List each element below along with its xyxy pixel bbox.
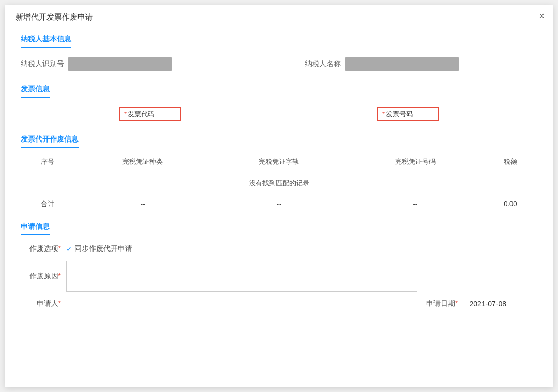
void-info-title: 发票代开作废信息 [21, 130, 79, 148]
invoice-code-field[interactable]: * 发票代码 [119, 107, 181, 121]
invoice-info-section: 发票信息 * 发票代码 * 发票号码 [5, 80, 553, 121]
invoice-number-label: 发票号码 [386, 109, 413, 119]
invoice-number-item: * 发票号码 [279, 107, 537, 121]
apply-date-required: * [455, 299, 458, 307]
total-label: 合计 [21, 196, 74, 212]
applicant-item: 申请人* [21, 299, 264, 308]
close-button[interactable]: × [539, 11, 545, 21]
applicant-date-row: 申请人* 申请日期* 2021-07-08 [21, 299, 537, 308]
col-voucher-track: 完税凭证字轨 [211, 153, 347, 170]
dialog: 新增代开发票作废申请 × 纳税人基本信息 纳税人识别号 纳税人名称 发票信息 *… [5, 5, 553, 387]
col-tax: 税额 [484, 153, 537, 170]
apply-info-title: 申请信息 [21, 217, 50, 235]
invoice-code-item: * 发票代码 [21, 107, 279, 121]
apply-date-item: 申请日期* 2021-07-08 [264, 299, 537, 308]
no-record-row: 没有找到匹配的记录 [21, 170, 537, 196]
invoice-code-required: * [124, 110, 127, 118]
void-option-label: 作废选项* [21, 244, 62, 254]
taxpayer-info-section: 纳税人基本信息 纳税人识别号 纳税人名称 [5, 29, 553, 71]
applicant-required: * [58, 299, 61, 307]
void-option-required: * [58, 244, 61, 253]
dialog-title: 新增代开发票作废申请 [5, 5, 553, 29]
apply-info-section: 申请信息 作废选项* ✓ 同步作废代开申请 作废原因* 申请人* [5, 217, 553, 308]
col-voucher-type: 完税凭证种类 [74, 153, 211, 170]
table-header-row: 序号 完税凭证种类 完税凭证字轨 完税凭证号码 税额 [21, 153, 537, 170]
taxpayer-id-value [68, 57, 172, 71]
void-info-table: 序号 完税凭证种类 完税凭证字轨 完税凭证号码 税额 没有找到匹配的记录 合计 … [21, 153, 537, 212]
taxpayer-name-label: 纳税人名称 [300, 59, 341, 69]
void-reason-label: 作废原因* [21, 272, 62, 281]
no-record-text: 没有找到匹配的记录 [21, 170, 537, 196]
void-reason-required: * [58, 272, 61, 280]
total-col1: -- [74, 196, 211, 212]
taxpayer-id-row: 纳税人识别号 纳税人名称 [21, 57, 537, 71]
col-voucher-number: 完税凭证号码 [347, 153, 484, 170]
void-info-section: 发票代开作废信息 序号 完税凭证种类 完税凭证字轨 完税凭证号码 税额 没有找到… [5, 130, 553, 212]
total-row: 合计 -- -- -- 0.00 [21, 196, 537, 212]
invoice-code-label: 发票代码 [128, 109, 154, 119]
invoice-number-field[interactable]: * 发票号码 [377, 107, 439, 121]
sync-label: 同步作废代开申请 [74, 244, 132, 254]
void-reason-textarea[interactable] [66, 261, 417, 292]
total-col3: -- [347, 196, 484, 212]
taxpayer-name-value [345, 57, 459, 71]
invoice-number-required: * [382, 110, 385, 118]
void-option-row: 作废选项* ✓ 同步作废代开申请 [21, 244, 537, 254]
checkmark-icon: ✓ [66, 245, 72, 253]
col-seq: 序号 [21, 153, 74, 170]
applicant-label: 申请人* [21, 299, 62, 308]
void-reason-row: 作废原因* [21, 261, 537, 292]
void-option-checkbox-area: ✓ 同步作废代开申请 [66, 244, 132, 254]
apply-date-label: 申请日期* [426, 299, 459, 308]
apply-date-value: 2021-07-08 [469, 300, 506, 308]
taxpayer-id-item: 纳税人识别号 [21, 57, 258, 71]
taxpayer-id-label: 纳税人识别号 [21, 59, 64, 69]
invoice-code-row: * 发票代码 * 发票号码 [21, 107, 537, 121]
taxpayer-name-item: 纳税人名称 [300, 57, 537, 71]
invoice-info-title: 发票信息 [21, 80, 50, 98]
total-col2: -- [211, 196, 347, 212]
total-col4: 0.00 [484, 196, 537, 212]
taxpayer-info-title: 纳税人基本信息 [21, 29, 71, 48]
